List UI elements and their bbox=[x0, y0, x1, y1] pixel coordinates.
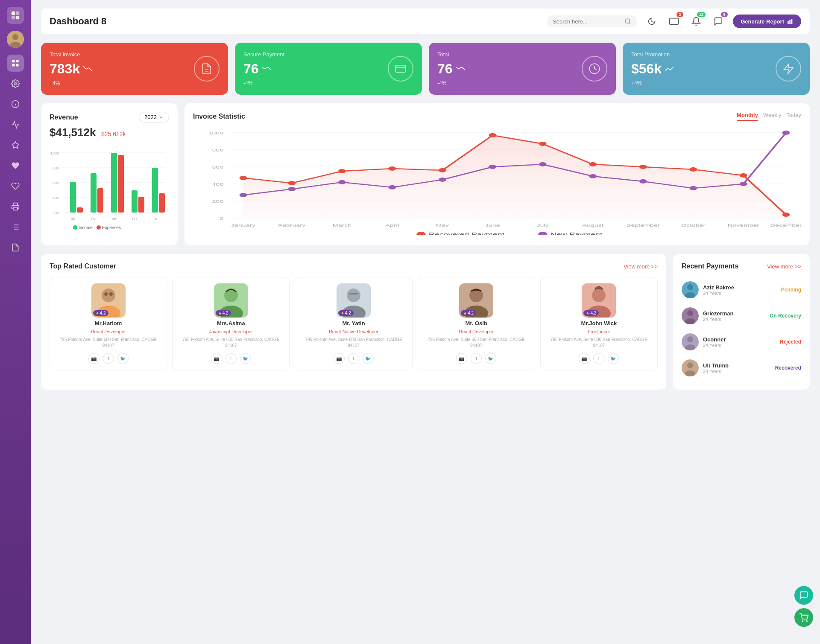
instagram-icon[interactable]: 📷 bbox=[456, 353, 467, 364]
avatar[interactable] bbox=[7, 31, 24, 48]
theme-toggle-btn[interactable] bbox=[644, 14, 659, 29]
facebook-icon[interactable]: f bbox=[103, 353, 114, 364]
payments-view-more[interactable]: View more >> bbox=[767, 263, 801, 270]
svg-point-143 bbox=[687, 310, 693, 316]
svg-text:07: 07 bbox=[91, 217, 96, 221]
list-item: Oconner 24 Years Rejected bbox=[682, 329, 801, 355]
svg-point-94 bbox=[539, 162, 547, 166]
customer-socials: 📷 f 🐦 bbox=[211, 353, 251, 364]
svg-point-84 bbox=[639, 165, 647, 169]
list-item: Uli Trumb 24 Years Recovered bbox=[682, 355, 801, 381]
customer-photo: 4.2 bbox=[582, 283, 616, 318]
svg-point-89 bbox=[288, 187, 296, 191]
customer-role: React Developer bbox=[91, 329, 126, 334]
revenue-chart-title: Revenue bbox=[50, 114, 78, 121]
twitter-icon[interactable]: 🐦 bbox=[608, 353, 619, 364]
year-selector[interactable]: 2023 bbox=[139, 112, 169, 122]
tab-weekly[interactable]: Weekly bbox=[763, 112, 781, 121]
sidebar-logo[interactable] bbox=[7, 7, 24, 24]
customer-photo: 4.2 bbox=[214, 283, 248, 318]
stat-icon-promo bbox=[776, 56, 801, 82]
svg-point-140 bbox=[687, 284, 693, 290]
svg-point-5 bbox=[12, 34, 18, 40]
trend-icon3 bbox=[665, 66, 674, 72]
messages-btn[interactable]: 5 bbox=[711, 14, 726, 29]
facebook-icon[interactable]: f bbox=[471, 353, 482, 364]
customer-photo: 4.2 bbox=[337, 283, 371, 318]
sidebar-item-heart2[interactable] bbox=[7, 178, 24, 195]
stat-label-total: Total bbox=[437, 51, 607, 58]
svg-text:08: 08 bbox=[112, 217, 116, 221]
twitter-icon[interactable]: 🐦 bbox=[240, 353, 251, 364]
facebook-icon[interactable]: f bbox=[593, 353, 604, 364]
instagram-icon[interactable]: 📷 bbox=[88, 353, 100, 364]
svg-point-90 bbox=[338, 180, 346, 184]
svg-marker-15 bbox=[12, 142, 19, 149]
sidebar-item-heart1[interactable] bbox=[7, 157, 24, 174]
svg-point-83 bbox=[589, 162, 597, 166]
wallet-btn[interactable]: 2 bbox=[666, 14, 682, 29]
generate-report-button[interactable]: Generate Report bbox=[733, 15, 801, 28]
notifications-btn[interactable]: 12 bbox=[688, 14, 704, 29]
svg-point-146 bbox=[687, 336, 693, 342]
facebook-icon[interactable]: f bbox=[348, 353, 359, 364]
search-box[interactable] bbox=[547, 15, 637, 27]
payments-header: Recent Payments View more >> bbox=[682, 262, 801, 270]
svg-text:600: 600 bbox=[53, 181, 59, 185]
instagram-icon[interactable]: 📷 bbox=[211, 353, 222, 364]
svg-point-95 bbox=[589, 174, 597, 178]
customer-address: 795 Folsom Ave, Suite 600 San Francisco,… bbox=[179, 337, 283, 349]
svg-point-78 bbox=[338, 169, 346, 173]
list-item: Griezerman 24 Years On Recovery bbox=[682, 303, 801, 329]
svg-marker-125 bbox=[218, 312, 221, 314]
svg-point-87 bbox=[782, 213, 790, 217]
twitter-icon[interactable]: 🐦 bbox=[363, 353, 374, 364]
sidebar-item-settings[interactable] bbox=[7, 75, 24, 92]
sidebar-item-dashboard[interactable] bbox=[7, 55, 24, 72]
stat-label-invoice: Total invoice bbox=[50, 51, 220, 58]
support-float-btn[interactable] bbox=[794, 586, 813, 605]
stat-card-promo: Total Promotion $56k +4% bbox=[623, 43, 810, 95]
sidebar-item-analytics[interactable] bbox=[7, 116, 24, 133]
twitter-icon[interactable]: 🐦 bbox=[485, 353, 496, 364]
sidebar-item-print[interactable] bbox=[7, 198, 24, 215]
customer-rating: 4.2 bbox=[461, 310, 476, 316]
svg-rect-0 bbox=[12, 12, 15, 15]
svg-rect-8 bbox=[16, 60, 19, 63]
tab-monthly[interactable]: Monthly bbox=[737, 112, 758, 121]
customer-socials: 📷 f 🐦 bbox=[88, 353, 129, 364]
customer-rating: 4.2 bbox=[93, 310, 108, 316]
facebook-icon[interactable]: f bbox=[226, 353, 237, 364]
svg-rect-27 bbox=[791, 19, 793, 24]
svg-text:800: 800 bbox=[212, 148, 223, 152]
stat-icon-invoice bbox=[194, 56, 220, 82]
sidebar-item-list[interactable] bbox=[7, 219, 24, 236]
instagram-icon[interactable]: 📷 bbox=[334, 353, 345, 364]
svg-text:400: 400 bbox=[212, 182, 223, 186]
sidebar-item-document[interactable] bbox=[7, 239, 24, 256]
svg-rect-129 bbox=[349, 293, 358, 294]
instagram-icon[interactable]: 📷 bbox=[579, 353, 590, 364]
stat-change-payment: -4% bbox=[243, 80, 413, 86]
svg-text:600: 600 bbox=[212, 165, 223, 169]
cart-float-btn[interactable] bbox=[794, 608, 813, 627]
svg-rect-10 bbox=[16, 64, 19, 67]
search-input[interactable] bbox=[553, 18, 621, 25]
sidebar-item-star[interactable] bbox=[7, 137, 24, 154]
twitter-icon[interactable]: 🐦 bbox=[117, 353, 129, 364]
svg-point-96 bbox=[639, 179, 647, 184]
customer-address: 795 Folsom Ave, Suite 600 San Francisco,… bbox=[301, 337, 406, 349]
customers-view-more[interactable]: View more >> bbox=[624, 263, 658, 270]
svg-text:April: April bbox=[385, 223, 399, 227]
sidebar-item-info[interactable] bbox=[7, 96, 24, 113]
stat-change-total: -4% bbox=[437, 80, 607, 86]
svg-point-149 bbox=[687, 362, 693, 368]
svg-point-151 bbox=[802, 621, 803, 621]
svg-point-81 bbox=[489, 133, 496, 137]
svg-rect-26 bbox=[789, 20, 791, 24]
tab-today[interactable]: Today bbox=[786, 112, 801, 121]
customer-socials: 📷 f 🐦 bbox=[456, 353, 496, 364]
svg-text:September: September bbox=[627, 223, 660, 227]
page-title: Dashboard 8 bbox=[50, 16, 106, 27]
svg-rect-44 bbox=[70, 182, 76, 213]
